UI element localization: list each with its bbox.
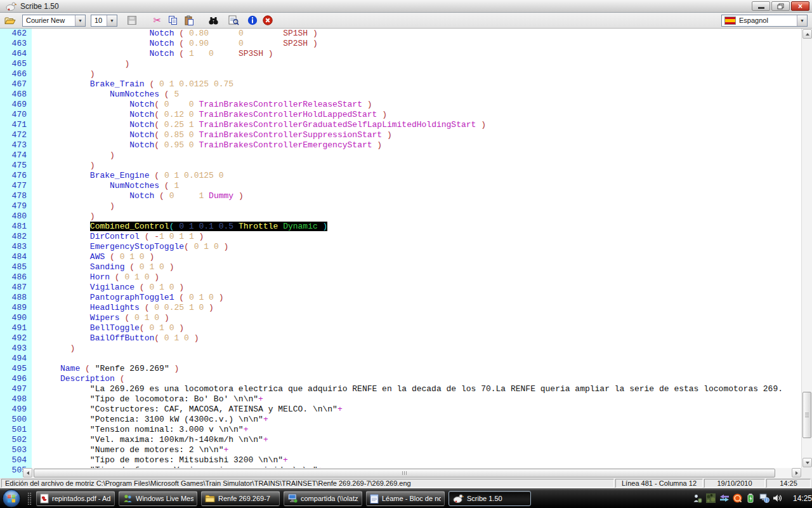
scroll-up-button[interactable] (802, 29, 812, 39)
exit-button[interactable] (261, 14, 275, 27)
language-value: Espagnol (736, 17, 797, 24)
battery-icon[interactable] (746, 493, 756, 504)
network-icon[interactable] (759, 493, 769, 504)
code-line[interactable]: Notch( 0 0 TrainBrakesControllerReleaseS… (32, 100, 801, 110)
taskbar-button-label: repintados.pdf - Ad... (52, 495, 111, 502)
font-size-select[interactable]: 10 ▼ (91, 15, 117, 27)
code-line[interactable]: Notch( 0.12 0 TrainBrakesControllerHoldL… (32, 110, 801, 120)
code-line[interactable]: "La 269.269 es una locomotora electrica … (32, 384, 801, 394)
start-button[interactable] (2, 489, 21, 508)
volume-icon[interactable] (773, 493, 783, 504)
vertical-scrollbar[interactable] (801, 29, 812, 468)
system-tray (693, 493, 789, 504)
arrow-down-icon (806, 462, 809, 464)
code-line[interactable]: Wipers ( 0 1 0 ) (32, 313, 801, 323)
taskbar-clock[interactable]: 14:25 (793, 494, 812, 503)
code-line[interactable]: ) (32, 69, 801, 79)
code-line[interactable]: ) (32, 150, 801, 161)
code-line[interactable]: ) (32, 201, 801, 211)
code-line[interactable]: Notch ( 0.80 0 SP1SH ) (32, 29, 801, 39)
line-number: 495 (0, 364, 32, 374)
code-line[interactable]: ) (32, 59, 801, 69)
horizontal-scroll-thumb[interactable] (34, 469, 775, 478)
taskbar-button-2[interactable]: Windows Live Mess... (119, 491, 197, 506)
code-line[interactable]: "Costructores: CAF, MACOSA, ATEINSA y ME… (32, 404, 801, 415)
font-name-select[interactable]: Courier New ▼ (22, 15, 86, 27)
title-bar[interactable]: Scribe 1.50 × (0, 0, 812, 13)
taskbar-button-1[interactable]: repintados.pdf - Ad... (36, 491, 115, 506)
taskbar-button-4[interactable]: compartida (\\olatz)... (284, 491, 362, 506)
language-select[interactable]: Espagnol ▼ (721, 15, 808, 27)
paste-button[interactable] (182, 14, 196, 27)
code-line[interactable]: Brake_Engine ( 0 1 0.0125 0 (32, 171, 801, 181)
code-line[interactable]: NumNotches ( 1 (32, 181, 801, 191)
pdf-icon (40, 493, 49, 504)
paste-icon (184, 15, 194, 25)
vertical-scroll-thumb[interactable] (802, 392, 811, 438)
camo-icon[interactable] (706, 493, 716, 504)
find-button[interactable] (206, 14, 220, 27)
code-line[interactable]: NumNotches ( 5 (32, 90, 801, 100)
code-line[interactable]: "Numero de motores: 2 \n\n"+ (32, 445, 801, 455)
sync-arrows-icon[interactable] (719, 493, 730, 504)
code-line[interactable]: Notch ( 1 0 SP3SH ) (32, 49, 801, 59)
code-line[interactable]: "Vel. maxima: 100km/h-140km/h \n\n"+ (32, 435, 801, 445)
code-line[interactable]: Horn ( 0 1 0 ) (32, 272, 801, 283)
code-line[interactable]: EmergencyStopToggle( 0 1 0 ) (32, 242, 801, 252)
chevron-down-icon[interactable]: ▼ (797, 15, 807, 26)
code-line[interactable]: "Tipo de locomotora: Bo' Bo' \n\n"+ (32, 394, 801, 404)
code-line[interactable]: Notch( 0.85 0 TrainBrakesControllerSuppr… (32, 130, 801, 140)
code-line[interactable]: AWS ( 0 1 0 ) (32, 252, 801, 262)
scroll-right-button[interactable] (792, 468, 801, 478)
code-line[interactable]: Description ( (32, 374, 801, 384)
code-line[interactable]: Brake_Train ( 0 1 0.0125 0.75 (32, 79, 801, 90)
code-line[interactable]: ) (32, 161, 801, 171)
minimize-button[interactable] (752, 1, 770, 11)
taskbar-button-3[interactable]: Renfe 269.269-7 (201, 491, 280, 506)
code-line[interactable]: Notch( 0.25 1 TrainBrakesControllerGradu… (32, 120, 801, 130)
code-line[interactable]: ) (32, 344, 801, 354)
replace-button[interactable] (226, 14, 240, 27)
save-button[interactable] (125, 14, 139, 27)
horizontal-scrollbar[interactable] (23, 468, 801, 478)
line-number: 462 (0, 29, 32, 39)
code-line[interactable]: Notch( 0.95 0 TrainBrakesControllerEmerg… (32, 140, 801, 150)
close-button[interactable]: × (791, 1, 809, 11)
code-line[interactable]: Name ( "Renfe 269.269" ) (32, 364, 801, 374)
chevron-down-icon[interactable]: ▼ (107, 15, 117, 26)
code-line[interactable]: Notch ( 0.90 0 SP2SH ) (32, 39, 801, 49)
cut-button[interactable]: ✂ (150, 14, 164, 27)
orange-orb-icon[interactable] (733, 493, 743, 504)
code-line[interactable]: Combined_Control( 0 1 0.1 0.5 Throttle D… (32, 222, 801, 232)
status-date: 19/10/2010 (704, 479, 765, 488)
line-number: 504 (0, 455, 32, 465)
line-number: 488 (0, 293, 32, 303)
code-line[interactable]: Headlights ( 0 0.25 1 0 ) (32, 303, 801, 313)
restore-button[interactable] (771, 1, 790, 11)
taskbar-button-6[interactable]: Scribe 1.50 (449, 491, 531, 506)
code-line[interactable]: BellToggle( 0 1 0 ) (32, 323, 801, 333)
scroll-left-button[interactable] (23, 468, 32, 478)
code-line[interactable]: DirControl ( -1 0 1 1 ) (32, 232, 801, 242)
arrow-up-icon (806, 33, 809, 36)
open-file-button[interactable] (3, 14, 17, 27)
code-line[interactable]: "Tipo de motores: Mitsubishi 3200 \n\n"+ (32, 455, 801, 465)
line-number: 469 (0, 100, 32, 110)
info-button[interactable] (246, 14, 259, 27)
chevron-down-icon[interactable]: ▼ (75, 15, 85, 26)
code-line[interactable]: PantographToggle1 ( 0 1 0 ) (32, 293, 801, 303)
code-area[interactable]: Notch ( 0.80 0 SP1SH ) Notch ( 0.90 0 SP… (32, 29, 801, 468)
code-line[interactable]: "Tension nominal: 3.000 v \n\n"+ (32, 425, 801, 435)
messenger-status-icon[interactable] (693, 493, 703, 504)
copy-button[interactable] (166, 14, 180, 27)
scroll-down-button[interactable] (802, 458, 812, 467)
info-icon (247, 15, 258, 25)
code-line[interactable]: ) (32, 211, 801, 222)
code-line[interactable]: "Potencia: 3100 kW (4300c.v.) \n\n"+ (32, 415, 801, 425)
code-line[interactable]: Sanding ( 0 1 0 ) (32, 262, 801, 272)
code-line[interactable] (32, 354, 801, 364)
code-line[interactable]: BailOffButton( 0 1 0 ) (32, 333, 801, 344)
code-line[interactable]: Vigilance ( 0 1 0 ) (32, 283, 801, 293)
taskbar-button-5[interactable]: Léame - Bloc de not... (366, 491, 445, 506)
code-line[interactable]: Notch ( 0 1 Dummy ) (32, 191, 801, 201)
